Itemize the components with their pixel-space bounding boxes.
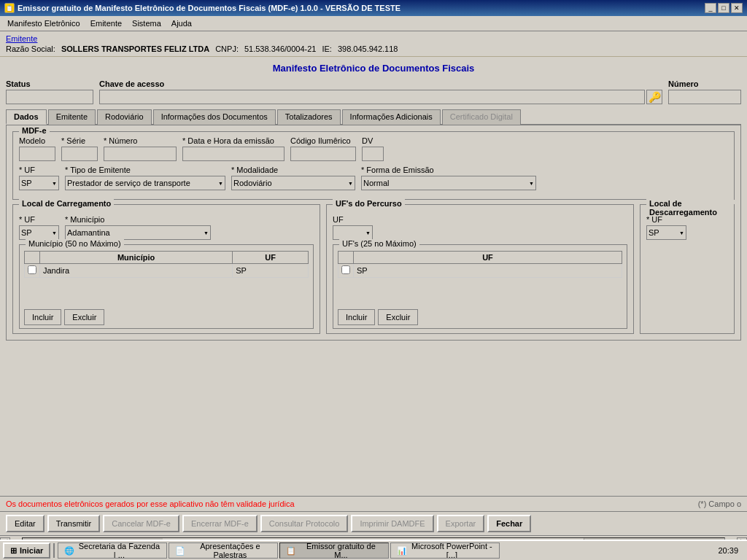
serie-field: * Série 001 — [61, 136, 98, 161]
uf-inner-legend: UF's (25 no Máximo) — [339, 239, 419, 248]
carg-uf-field: * UF SP — [19, 215, 59, 240]
municipio-inner-legend: Município (50 no Máximo) — [26, 239, 124, 248]
percurso-uf-field: UF — [333, 215, 373, 240]
razao-social-label: Razão Social: — [6, 44, 55, 53]
main-content: Manifesto Eletrônico de Documentos Fisca… — [0, 57, 747, 496]
menu-ajuda[interactable]: Ajuda — [167, 18, 196, 29]
window-title: Emissor gratuito de Manifesto Eletrônico… — [18, 4, 400, 12]
status-group: Status Validado — [6, 79, 93, 104]
tab-dados[interactable]: Dados — [6, 109, 47, 125]
taskbar-item-3[interactable]: 📊 Microsoft PowerPoint - [...] — [390, 542, 500, 559]
mdf-legend: MDF-e — [19, 126, 50, 135]
title-bar: 📋 Emissor gratuito de Manifesto Eletrôni… — [0, 0, 747, 16]
mdf-group: MDF-e Modelo 58 * Série 001 * Número 000… — [12, 131, 735, 200]
menu-manifesto[interactable]: Manifesto Eletrônico — [3, 18, 85, 29]
mdf-row1: Modelo 58 * Série 001 * Número 000000002… — [19, 136, 728, 161]
cancelar-button[interactable]: Cancelar MDF-e — [103, 515, 179, 532]
tab-rodoviario[interactable]: Rodoviário — [97, 109, 152, 125]
tab-emitente[interactable]: Emitente — [48, 109, 96, 125]
municipio-cell: Jandira — [40, 264, 233, 278]
header-row: Status Validado Chave de acesso 3514 015… — [6, 79, 741, 104]
municipio-incluir-button[interactable]: Incluir — [24, 309, 61, 325]
taskbar-item-2[interactable]: 📋 Emissor gratuito de M... — [279, 542, 389, 559]
percurso-box: UF's do Percurso UF UF's (25 no Máximo) — [326, 204, 634, 334]
page-title: Manifesto Eletrônico de Documentos Fisca… — [6, 60, 741, 77]
taskbar-item-1[interactable]: 📄 Apresentações e Palestras — [169, 542, 278, 559]
data-label: * Data e Hora da emissão — [182, 136, 285, 145]
taskbar-label-0: Secretaria da Fazenda | ... — [77, 542, 160, 559]
uf-select[interactable]: SP — [19, 176, 59, 190]
percurso-buttons: Incluir Excluir — [338, 309, 622, 325]
app-icon: 📋 — [4, 3, 15, 13]
tabs-bar: Dados Emitente Rodoviário Informações do… — [6, 109, 741, 125]
numero-input: 000000002 — [668, 90, 741, 104]
minimize-button[interactable]: _ — [705, 3, 716, 13]
percurso-incluir-button[interactable]: Incluir — [338, 309, 375, 325]
tab-content-dados: MDF-e Modelo 58 * Série 001 * Número 000… — [6, 125, 741, 341]
modalidade-wrapper: Rodoviário — [231, 176, 355, 190]
emitente-link[interactable]: Emitente — [6, 34, 37, 43]
forma-emissao-label: * Forma de Emissão — [361, 166, 536, 174]
exportar-button[interactable]: Exportar — [437, 515, 485, 532]
tipo-emitente-label: * Tipo de Emitente — [65, 166, 225, 174]
tipo-emitente-field: * Tipo de Emitente Prestador de serviço … — [65, 166, 225, 190]
municipio-table-container: Município UF Jandira SP — [24, 248, 309, 306]
descarr-uf-select[interactable]: SP — [646, 225, 686, 240]
municipio-checkbox[interactable] — [28, 265, 36, 274]
ie-value: 398.045.942.118 — [338, 44, 398, 53]
menu-emitente[interactable]: Emitente — [86, 18, 126, 29]
tab-totalizadores[interactable]: Totalizadores — [277, 109, 341, 125]
fechar-button[interactable]: Fechar — [487, 515, 531, 532]
taskbar-icon-1: 📄 — [175, 546, 185, 556]
carregamento-legend: Local de Carregamento — [19, 199, 114, 208]
descarr-uf-field: * UF SP — [646, 215, 686, 240]
municipio-buttons: Incluir Excluir — [24, 309, 309, 325]
modalidade-label: * Modalidade — [231, 166, 355, 174]
razao-social-value: SOLLERS TRANSPORTES FELIZ LTDA — [61, 44, 209, 53]
serie-label: * Série — [61, 136, 98, 145]
percurso-uf-row: UF — [333, 215, 627, 240]
numero-mdf-label: * Número — [104, 136, 177, 145]
taskbar-item-0[interactable]: 🌐 Secretaria da Fazenda | ... — [58, 542, 167, 559]
menu-bar: Manifesto Eletrônico Emitente Sistema Aj… — [0, 16, 747, 31]
start-button[interactable]: ⊞ Iniciar — [3, 542, 50, 559]
dv-field: DV 2 — [362, 136, 384, 161]
percurso-uf-label: UF — [333, 215, 373, 224]
taskbar: ⊞ Iniciar 🌐 Secretaria da Fazenda | ... … — [0, 540, 747, 560]
chave-label: Chave de acesso — [99, 79, 662, 88]
tipo-emitente-wrapper: Prestador de serviço de transporte — [65, 176, 225, 190]
taskbar-icon-0: 🌐 — [64, 546, 74, 556]
forma-emissao-select[interactable]: Normal — [361, 176, 536, 190]
col-uf: UF — [233, 252, 309, 264]
consultar-button[interactable]: Consultar Protocolo — [260, 515, 349, 532]
tab-informacoes-adicionais[interactable]: Informações Adicionais — [342, 109, 441, 125]
tipo-emitente-select[interactable]: Prestador de serviço de transporte — [65, 176, 225, 190]
close-button[interactable]: ✕ — [731, 3, 743, 13]
tab-informacoes-documentos[interactable]: Informações dos Documentos — [153, 109, 276, 125]
dv-label: DV — [362, 136, 384, 145]
mdf-row2: * UF SP * Tipo de Emitente Prestador de … — [19, 166, 728, 190]
menu-sistema[interactable]: Sistema — [128, 18, 166, 29]
tab-certificado-digital: Certificado Digital — [442, 109, 521, 125]
carg-uf-select[interactable]: SP — [19, 225, 59, 240]
chave-group: Chave de acesso 3514 0151 5383 4600 0421… — [99, 79, 662, 104]
percurso-uf-select[interactable] — [333, 225, 373, 240]
modalidade-field: * Modalidade Rodoviário — [231, 166, 355, 190]
carregamento-uf-row: * UF SP * Município Adamantina — [19, 215, 314, 240]
modalidade-select[interactable]: Rodoviário — [231, 176, 355, 190]
numero-mdf-input: 000000002 — [104, 147, 177, 161]
numero-label: Número — [668, 79, 741, 88]
uf-inner-group: UF's (25 no Máximo) UF — [333, 244, 627, 329]
encerrar-button[interactable]: Encerrar MDF-e — [182, 515, 258, 532]
carg-municipio-select[interactable]: Adamantina — [65, 225, 211, 240]
campo-label: (*) Campo o — [698, 499, 741, 508]
transmitir-button[interactable]: Transmitir — [47, 515, 100, 532]
imprimir-button[interactable]: Imprimir DAMDFE — [351, 515, 433, 532]
municipio-excluir-button[interactable]: Excluir — [64, 309, 104, 325]
status-input: Validado — [6, 90, 93, 104]
percurso-uf-checkbox[interactable] — [341, 265, 350, 274]
percurso-excluir-button[interactable]: Excluir — [378, 309, 418, 325]
chave-button[interactable]: 🔑 — [646, 90, 662, 104]
maximize-button[interactable]: □ — [718, 3, 729, 13]
editar-button[interactable]: Editar — [6, 515, 44, 532]
